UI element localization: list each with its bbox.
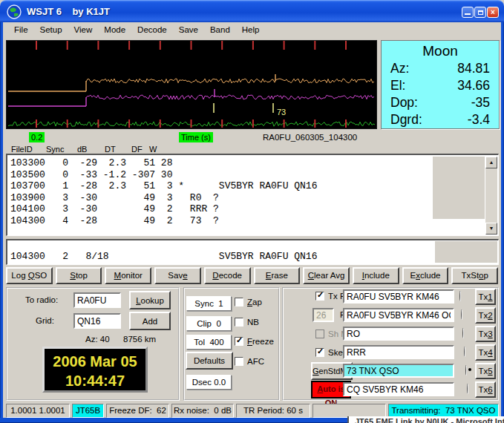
clip-control[interactable]: Clip 0 — [186, 316, 232, 331]
col-sync: Sync — [46, 145, 64, 154]
afc-checkbox[interactable]: ✓ AFC — [235, 357, 264, 366]
status-mode-badge: JT65B — [72, 404, 104, 418]
menu-save[interactable]: Save — [173, 24, 204, 36]
minimize-button[interactable] — [462, 7, 474, 18]
checkbox-box[interactable]: ✓ — [315, 292, 324, 301]
close-button[interactable]: × — [487, 7, 499, 18]
grid-input[interactable] — [73, 313, 121, 329]
main-toolbar: Log QSO Stop Monitor Save Decode Erase C… — [6, 267, 498, 285]
checkbox-box[interactable]: ✓ — [315, 348, 324, 357]
background-window-titlebar: JT65 EME Link by N0UK - Microsoft Intern… — [347, 416, 504, 423]
dsec-control[interactable]: Dsec 0.0 — [186, 375, 232, 390]
col-fileid: FileID — [11, 145, 33, 154]
average-decode-area[interactable]: 104300 2 8/18 SV5BYR RA0FU QN16 — [6, 239, 499, 265]
check-icon: ✓ — [317, 290, 324, 300]
tx1-button[interactable]: Tx1 — [475, 289, 496, 305]
decode-button[interactable]: Decode — [204, 267, 251, 284]
minimize-icon — [465, 13, 471, 15]
tx2-message-field[interactable] — [343, 308, 454, 322]
decode-line: 103900 3 -30 49 3 R0 ? — [10, 192, 317, 204]
clock-time: 10:44:47 — [45, 371, 145, 390]
status-rate: 1.0001 1.0001 — [6, 404, 70, 418]
tx2-button[interactable]: Tx2 — [475, 307, 496, 324]
tx1-message-field[interactable] — [343, 289, 454, 304]
freeze-checkbox[interactable]: ✓ Freeze — [235, 337, 274, 346]
checkbox-box: ✓ — [315, 329, 324, 338]
erase-button[interactable]: Erase — [254, 267, 301, 284]
nb-label: NB — [247, 318, 259, 327]
monitor-button[interactable]: Monitor — [105, 267, 151, 284]
tx3-message-field[interactable] — [343, 327, 454, 341]
tx3-button[interactable]: Tx3 — [475, 326, 496, 342]
checkbox-box[interactable]: ✓ — [235, 357, 243, 366]
to-radio-input[interactable] — [73, 292, 121, 308]
tx6-button[interactable]: Tx6 — [475, 381, 496, 398]
checkbox-box[interactable]: ✓ — [235, 318, 243, 327]
recording-file-label: RA0FU_060305_104300 — [263, 133, 357, 142]
stop-button[interactable]: Stop — [56, 267, 102, 284]
col-dt: DT — [105, 145, 116, 154]
distance-label: 8756 km — [123, 335, 156, 344]
log-qso-button[interactable]: Log QSO — [6, 267, 53, 284]
tx6-radio[interactable] — [467, 384, 468, 394]
menu-file[interactable]: File — [8, 24, 34, 36]
plot-73-marker-label: 73 — [277, 108, 286, 117]
scroll-up-icon[interactable]: ▲ — [485, 157, 497, 168]
tx5-message-field[interactable] — [343, 364, 454, 378]
tx5-radio[interactable] — [465, 365, 467, 376]
moon-az-label: Az: — [390, 60, 409, 77]
check-icon: ✓ — [317, 347, 324, 356]
moon-dop-label: Dop: — [390, 94, 418, 111]
status-freeze-df: Freeze DF: 62 — [106, 404, 169, 418]
txstop-button[interactable]: TxStop — [451, 267, 498, 284]
decode-area-filler — [433, 157, 485, 219]
menu-mode[interactable]: Mode — [98, 24, 131, 36]
restore-icon — [478, 10, 483, 15]
background-window-title: JT65 EME Link by N0UK - Microsoft Intern… — [355, 417, 504, 423]
zap-checkbox[interactable]: ✓ Zap — [235, 298, 262, 306]
moon-dop-value: -35 — [471, 94, 490, 111]
moon-title: Moon — [390, 43, 490, 59]
exclude-button[interactable]: Exclude — [402, 267, 449, 284]
defaults-button[interactable]: Defaults — [186, 352, 233, 370]
lookup-button[interactable]: Lookup — [129, 291, 171, 309]
menu-setup[interactable]: Setup — [34, 24, 68, 36]
menu-decode[interactable]: Decode — [131, 24, 173, 36]
checkbox-box[interactable]: ✓ — [235, 298, 243, 306]
nb-checkbox[interactable]: ✓ NB — [235, 318, 259, 327]
signal-plot[interactable]: 73 — [6, 40, 377, 129]
title-bar[interactable]: WSJT 6 by K1JT × — [0, 0, 504, 22]
tx5-button[interactable]: Tx5 — [475, 363, 496, 379]
tx4-button[interactable]: Tx4 — [475, 344, 496, 361]
add-button[interactable]: Add — [129, 312, 171, 330]
decode-line: 103700 1 -28 2.3 51 3 * SV5BYR RA0FU QN1… — [10, 180, 317, 192]
include-button[interactable]: Include — [353, 267, 399, 284]
menu-band[interactable]: Band — [204, 24, 236, 36]
decode-text-area[interactable]: 103300 0 -29 2.3 51 28103500 0 -33 -1.2 … — [6, 154, 499, 236]
tol-control[interactable]: Tol 400 — [186, 335, 232, 350]
checkbox-box[interactable]: ✓ — [235, 337, 243, 346]
rpt-spinner[interactable]: 26 — [312, 308, 334, 322]
save-button[interactable]: Save — [154, 267, 201, 284]
to-radio-label: To radio: — [25, 295, 58, 304]
scroll-down-icon[interactable]: ▼ — [485, 223, 497, 235]
status-rx-noise: Rx noise: 0 dB — [171, 404, 234, 418]
radio-dot — [468, 368, 471, 371]
average-decode-line: 104300 2 8/18 SV5BYR RA0FU QN16 — [10, 251, 317, 262]
tx6-message-field[interactable] — [343, 382, 454, 396]
menu-view[interactable]: View — [68, 24, 99, 36]
sync-control[interactable]: Sync 1 — [186, 296, 232, 311]
restore-button[interactable] — [474, 7, 486, 18]
tx4-radio[interactable] — [464, 347, 465, 357]
tx2-radio[interactable] — [461, 309, 462, 320]
tx3-radio[interactable] — [462, 328, 464, 338]
clear-avg-button[interactable]: Clear Avg — [303, 267, 350, 284]
col-db: dB — [77, 145, 87, 154]
menu-help[interactable]: Help — [236, 24, 266, 36]
decode-scrollbar[interactable]: ▲ ▼ — [485, 157, 497, 235]
moon-el-label: El: — [390, 77, 405, 94]
check-icon: ✓ — [236, 335, 243, 345]
tx1-radio[interactable] — [459, 291, 461, 301]
afc-label: AFC — [247, 357, 264, 366]
tx4-message-field[interactable] — [343, 345, 454, 359]
